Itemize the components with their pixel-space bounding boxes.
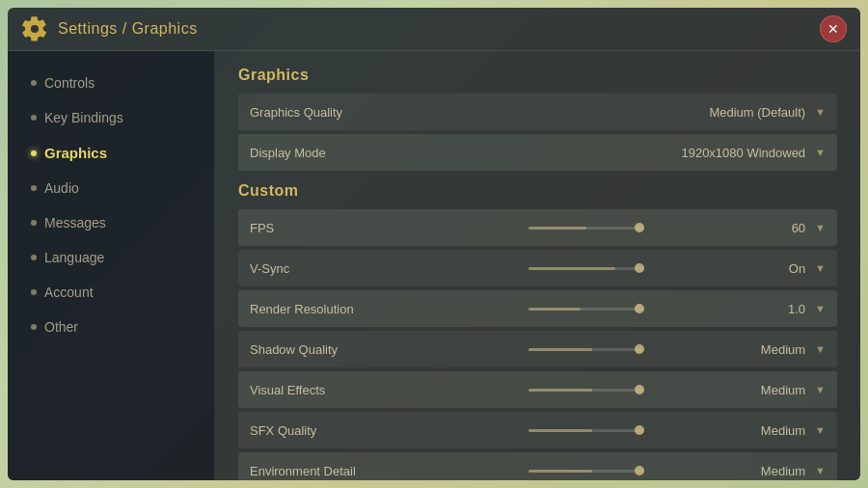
vsync-dropdown-arrow[interactable]: ▼ xyxy=(815,262,826,274)
sidebar-item-audio[interactable]: Audio xyxy=(8,172,214,204)
graphics-quality-value-container: Medium (Default) ▼ xyxy=(652,105,826,120)
sidebar-bullet-other xyxy=(31,324,37,330)
fps-value-container: 60 ▼ xyxy=(652,221,826,235)
render-resolution-row: Render Resolution 1.0 ▼ xyxy=(238,290,837,327)
render-resolution-label: Render Resolution xyxy=(250,302,448,316)
environment-detail-value: Medium xyxy=(674,464,809,478)
render-resolution-slider-fill xyxy=(529,308,581,311)
main-content: Graphics Graphics Quality Medium (Defaul… xyxy=(215,51,860,480)
fps-slider-thumb xyxy=(635,223,644,232)
visual-effects-slider-thumb xyxy=(635,385,644,394)
sidebar-label-messages: Messages xyxy=(44,215,106,230)
graphics-quality-row: Graphics Quality Medium (Default) ▼ xyxy=(238,94,837,130)
sidebar-bullet-messages xyxy=(31,220,37,226)
vsync-slider-thumb xyxy=(635,263,644,273)
graphics-quality-value: Medium (Default) xyxy=(674,105,809,120)
render-resolution-dropdown-arrow[interactable]: ▼ xyxy=(815,303,826,314)
environment-detail-slider-container xyxy=(448,470,653,473)
sidebar-bullet-language xyxy=(31,255,37,260)
sidebar-label-language: Language xyxy=(44,250,104,265)
sfx-quality-slider-container xyxy=(448,429,653,432)
fps-slider-container xyxy=(448,227,653,230)
shadow-quality-dropdown-arrow[interactable]: ▼ xyxy=(815,343,826,355)
page-title: Settings / Graphics xyxy=(58,20,198,38)
environment-detail-slider-track[interactable] xyxy=(529,470,644,473)
sfx-quality-label: SFX Quality xyxy=(250,423,448,438)
render-resolution-slider-container xyxy=(448,308,653,311)
custom-section-title: Custom xyxy=(238,182,837,200)
vsync-slider-container xyxy=(448,267,653,270)
sidebar-bullet-audio xyxy=(31,185,37,191)
sidebar-label-key-bindings: Key Bindings xyxy=(44,110,123,125)
graphics-section-title: Graphics xyxy=(238,67,837,84)
sidebar-item-messages[interactable]: Messages xyxy=(8,206,214,239)
sidebar-bullet-key-bindings xyxy=(31,115,37,121)
sfx-quality-dropdown-arrow[interactable]: ▼ xyxy=(815,424,826,436)
sidebar-item-language[interactable]: Language xyxy=(8,241,214,274)
visual-effects-label: Visual Effects xyxy=(250,383,448,397)
display-mode-row: Display Mode 1920x1080 Windowed ▼ xyxy=(238,134,837,171)
vsync-value: On xyxy=(674,261,809,276)
visual-effects-dropdown-arrow[interactable]: ▼ xyxy=(815,384,826,395)
sidebar-label-other: Other xyxy=(44,319,78,335)
visual-effects-row: Visual Effects Medium ▼ xyxy=(238,371,837,408)
fps-slider-track[interactable] xyxy=(529,227,644,230)
fps-slider-fill xyxy=(529,227,586,230)
shadow-quality-slider-fill xyxy=(529,348,592,351)
fps-row: FPS 60 ▼ xyxy=(238,209,837,246)
shadow-quality-value-container: Medium ▼ xyxy=(652,342,826,357)
sidebar-bullet-account xyxy=(31,289,37,295)
render-resolution-value: 1.0 xyxy=(674,302,809,316)
shadow-quality-slider-thumb xyxy=(635,344,644,354)
sidebar: ControlsKey BindingsGraphicsAudioMessage… xyxy=(8,51,215,480)
sidebar-label-graphics: Graphics xyxy=(44,145,107,161)
fps-dropdown-arrow[interactable]: ▼ xyxy=(815,222,826,233)
graphics-quality-label: Graphics Quality xyxy=(250,105,652,120)
sidebar-item-graphics[interactable]: Graphics xyxy=(8,136,214,170)
vsync-slider-track[interactable] xyxy=(529,267,644,270)
sidebar-item-controls[interactable]: Controls xyxy=(8,67,214,99)
visual-effects-slider-fill xyxy=(529,389,592,392)
sidebar-item-other[interactable]: Other xyxy=(8,311,214,343)
visual-effects-slider-container xyxy=(448,389,653,392)
title-bar: Settings / Graphics ✕ xyxy=(8,8,860,51)
sidebar-item-key-bindings[interactable]: Key Bindings xyxy=(8,101,214,134)
shadow-quality-value: Medium xyxy=(674,342,809,357)
display-mode-value-container: 1920x1080 Windowed ▼ xyxy=(652,146,826,160)
fps-value: 60 xyxy=(674,221,809,235)
sidebar-bullet-controls xyxy=(31,80,37,86)
sfx-quality-slider-fill xyxy=(529,429,592,432)
display-mode-dropdown-arrow[interactable]: ▼ xyxy=(815,147,826,158)
close-button[interactable]: ✕ xyxy=(820,15,847,42)
sfx-quality-value: Medium xyxy=(674,423,809,438)
visual-effects-value-container: Medium ▼ xyxy=(652,383,826,397)
render-resolution-slider-track[interactable] xyxy=(529,308,644,311)
environment-detail-label: Environment Detail xyxy=(250,464,448,478)
render-resolution-value-container: 1.0 ▼ xyxy=(652,302,826,316)
shadow-quality-row: Shadow Quality Medium ▼ xyxy=(238,331,837,367)
shadow-quality-label: Shadow Quality xyxy=(250,342,448,357)
environment-detail-value-container: Medium ▼ xyxy=(652,464,826,478)
gear-icon xyxy=(21,15,48,42)
fps-label: FPS xyxy=(250,221,448,235)
display-mode-label: Display Mode xyxy=(250,146,652,160)
environment-detail-dropdown-arrow[interactable]: ▼ xyxy=(815,465,826,476)
sfx-quality-row: SFX Quality Medium ▼ xyxy=(238,412,837,448)
visual-effects-slider-track[interactable] xyxy=(529,389,644,392)
sidebar-item-account[interactable]: Account xyxy=(8,276,214,309)
sidebar-bullet-graphics xyxy=(31,150,37,156)
render-resolution-slider-thumb xyxy=(635,304,644,313)
sfx-quality-slider-track[interactable] xyxy=(529,429,644,432)
display-mode-value: 1920x1080 Windowed xyxy=(674,146,809,160)
graphics-quality-dropdown-arrow[interactable]: ▼ xyxy=(815,106,826,118)
vsync-row: V-Sync On ▼ xyxy=(238,250,837,286)
environment-detail-slider-thumb xyxy=(635,466,644,475)
shadow-quality-slider-track[interactable] xyxy=(529,348,644,351)
environment-detail-row: Environment Detail Medium ▼ xyxy=(238,452,837,480)
vsync-value-container: On ▼ xyxy=(652,261,826,276)
content-area: ControlsKey BindingsGraphicsAudioMessage… xyxy=(8,51,860,480)
sfx-quality-value-container: Medium ▼ xyxy=(652,423,826,438)
environment-detail-slider-fill xyxy=(529,470,592,473)
vsync-label: V-Sync xyxy=(250,261,448,276)
settings-panel: Settings / Graphics ✕ ControlsKey Bindin… xyxy=(8,8,860,480)
